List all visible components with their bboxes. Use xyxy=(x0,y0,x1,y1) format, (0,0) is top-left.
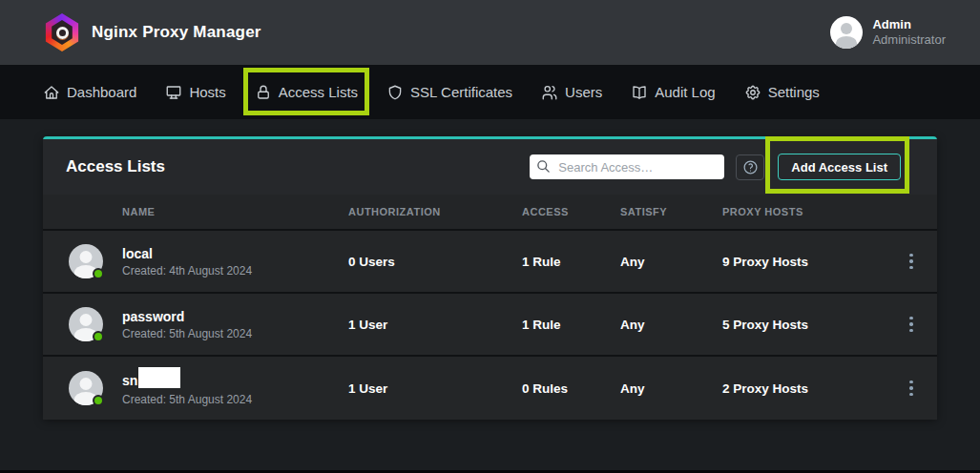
app-logo xyxy=(44,13,80,51)
access-value: 1 Rule xyxy=(522,318,620,332)
search-input[interactable] xyxy=(530,154,724,179)
authorization-value: 1 User xyxy=(348,318,522,332)
column-header-name: NAME xyxy=(122,206,348,217)
nav-label: SSL Certificates xyxy=(410,84,512,100)
user-menu[interactable]: Admin Administrator xyxy=(830,16,946,49)
online-status-dot xyxy=(93,268,104,279)
add-access-list-wrap: Add Access List xyxy=(778,154,901,180)
access-list-name: password xyxy=(122,308,348,325)
panel-title: Access Lists xyxy=(66,157,165,176)
main-navigation: Dashboard Hosts Access Lists SSL Certifi… xyxy=(0,65,980,119)
online-status-dot xyxy=(93,395,104,406)
search-icon xyxy=(536,159,551,174)
redaction-box xyxy=(138,367,180,388)
user-name: Admin xyxy=(872,17,946,32)
nav-item-dashboard[interactable]: Dashboard xyxy=(43,81,136,104)
created-date: Created: 4th August 2024 xyxy=(122,264,348,278)
monitor-icon xyxy=(165,84,182,101)
row-menu-button[interactable] xyxy=(904,377,919,401)
online-status-dot xyxy=(93,331,104,342)
authorization-value: 1 User xyxy=(348,381,522,396)
created-date: Created: 5th August 2024 xyxy=(122,393,348,406)
table-row[interactable]: password Created: 5th August 2024 1 User… xyxy=(43,294,937,357)
satisfy-value: Any xyxy=(620,255,722,269)
nav-item-settings[interactable]: Settings xyxy=(744,81,820,104)
column-header-proxy-hosts: PROXY HOSTS xyxy=(722,206,904,217)
top-header-bar: Nginx Proxy Manager Admin Administrator xyxy=(0,0,980,65)
user-avatar xyxy=(830,16,863,49)
nav-label: Hosts xyxy=(189,84,225,100)
row-menu-button[interactable] xyxy=(904,313,919,337)
users-icon xyxy=(541,84,558,101)
panel-header: Access Lists Add Access List xyxy=(43,139,937,195)
book-icon xyxy=(631,84,648,101)
access-list-name: local xyxy=(122,245,348,262)
created-date: Created: 5th August 2024 xyxy=(122,327,348,340)
column-header-authorization: AUTHORIZATION xyxy=(348,206,522,217)
help-icon xyxy=(742,159,759,175)
authorization-value: 0 Users xyxy=(348,255,522,269)
nav-item-ssl-certificates[interactable]: SSL Certificates xyxy=(386,81,512,104)
nav-label: Dashboard xyxy=(67,84,136,100)
nav-item-users[interactable]: Users xyxy=(541,81,602,104)
nav-item-audit-log[interactable]: Audit Log xyxy=(631,81,715,104)
nav-label: Settings xyxy=(768,84,820,100)
page-content: Access Lists Add Access List NAME AUTHOR… xyxy=(0,119,980,473)
access-lists-panel: Access Lists Add Access List NAME AUTHOR… xyxy=(43,136,937,420)
satisfy-value: Any xyxy=(620,381,722,396)
access-list-name: sn xyxy=(122,372,137,389)
lock-icon xyxy=(255,84,272,101)
proxy-hosts-value: 5 Proxy Hosts xyxy=(722,318,904,332)
column-header-access: ACCESS xyxy=(522,206,620,217)
access-value: 1 Rule xyxy=(522,255,620,269)
add-access-list-button[interactable]: Add Access List xyxy=(778,154,901,180)
table-header-row: NAME AUTHORIZATION ACCESS SATISFY PROXY … xyxy=(43,195,937,231)
gear-icon xyxy=(744,84,761,101)
nav-item-hosts[interactable]: Hosts xyxy=(165,81,225,104)
shield-icon xyxy=(386,84,404,101)
column-header-satisfy: SATISFY xyxy=(620,206,722,217)
proxy-hosts-value: 2 Proxy Hosts xyxy=(722,381,904,396)
app-title: Nginx Proxy Manager xyxy=(92,23,261,42)
table-row[interactable]: sn Created: 5th August 2024 1 User 0 Rul… xyxy=(43,357,937,420)
access-value: 0 Rules xyxy=(522,381,620,396)
proxy-hosts-value: 9 Proxy Hosts xyxy=(722,255,904,269)
table-row[interactable]: local Created: 4th August 2024 0 Users 1… xyxy=(43,231,937,294)
home-icon xyxy=(43,84,60,101)
satisfy-value: Any xyxy=(620,318,722,332)
nav-label: Access Lists xyxy=(279,84,358,100)
row-menu-button[interactable] xyxy=(904,250,919,274)
nav-label: Users xyxy=(565,84,602,100)
search-box xyxy=(530,154,724,179)
user-role: Administrator xyxy=(872,32,946,48)
help-button[interactable] xyxy=(736,154,764,180)
nav-item-access-lists[interactable]: Access Lists xyxy=(255,81,358,104)
nav-label: Audit Log xyxy=(655,84,715,100)
